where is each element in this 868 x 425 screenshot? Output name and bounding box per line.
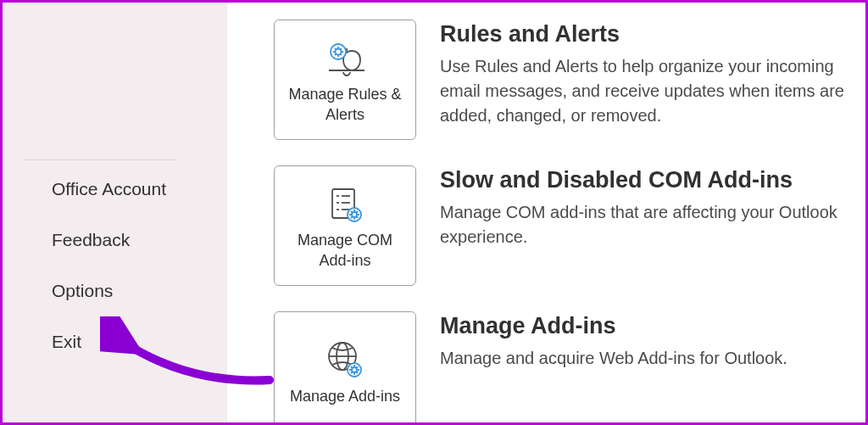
section-text: Manage COM add-ins that are affecting yo… <box>440 200 865 249</box>
sidebar: Office Account Feedback Options Exit <box>3 3 227 422</box>
section-text: Manage and acquire Web Add-ins for Outlo… <box>440 346 787 371</box>
section-title: Rules and Alerts <box>440 21 865 48</box>
rules-alerts-icon <box>320 35 370 81</box>
tile-manage-rules-alerts[interactable]: Manage Rules & Alerts <box>274 20 416 140</box>
svg-point-1 <box>331 44 346 59</box>
com-addins-icon <box>324 181 366 227</box>
section-title: Manage Add-ins <box>440 313 787 339</box>
sidebar-item-label: Exit <box>52 332 81 351</box>
tile-manage-com-addins[interactable]: Manage COM Add-ins <box>274 165 416 286</box>
tile-label: Manage COM Add-ins <box>281 231 409 271</box>
sidebar-item-label: Office Account <box>52 179 166 199</box>
sidebar-item-label: Feedback <box>52 230 130 249</box>
sidebar-divider <box>24 159 176 160</box>
sidebar-item-options[interactable]: Options <box>3 266 227 316</box>
section-rules-alerts: Manage Rules & Alerts Rules and Alerts U… <box>274 20 865 140</box>
section-title: Slow and Disabled COM Add-ins <box>440 167 865 193</box>
section-text: Use Rules and Alerts to help organize yo… <box>440 54 865 128</box>
tile-label: Manage Add-ins <box>290 387 400 406</box>
sidebar-item-feedback[interactable]: Feedback <box>3 215 227 266</box>
section-manage-addins: Manage Add-ins Manage Add-ins Manage and… <box>274 311 865 422</box>
sidebar-item-office-account[interactable]: Office Account <box>3 164 227 215</box>
tile-label: Manage Rules & Alerts <box>281 85 409 125</box>
main-content: Manage Rules & Alerts Rules and Alerts U… <box>227 3 865 422</box>
sidebar-item-label: Options <box>52 281 113 300</box>
section-com-addins: Manage COM Add-ins Slow and Disabled COM… <box>274 165 865 286</box>
tile-manage-addins[interactable]: Manage Add-ins <box>274 311 416 422</box>
web-addins-icon <box>324 337 366 383</box>
sidebar-item-exit[interactable]: Exit <box>3 316 227 367</box>
